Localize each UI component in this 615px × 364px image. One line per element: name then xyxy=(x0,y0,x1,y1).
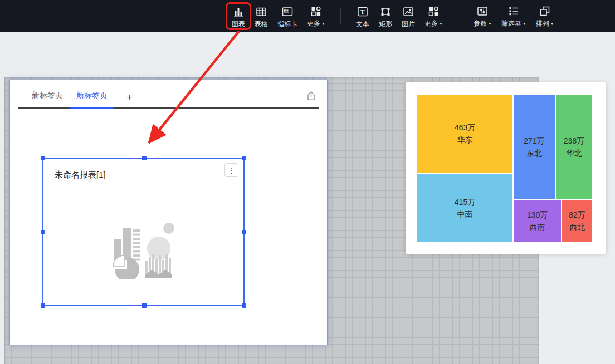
treemap-value-label: 463万 xyxy=(455,121,475,134)
selection-handle[interactable] xyxy=(242,303,246,308)
toolbar-button-parameter[interactable]: 参数▼ xyxy=(472,3,493,29)
treemap-region-label: 东北 xyxy=(526,147,542,159)
report-title: 未命名报表[1] xyxy=(55,170,106,180)
image-icon xyxy=(402,5,415,18)
toolbar-divider xyxy=(340,8,341,24)
treemap-chart: 463万华东271万东北238万华北415万中南130万西南82万西北 xyxy=(406,82,606,254)
selection-handle[interactable] xyxy=(41,303,45,308)
more-options-button[interactable]: ⋮ xyxy=(224,163,238,177)
toolbar-button-label: 指标卡 xyxy=(277,20,297,28)
svg-text:123: 123 xyxy=(284,9,289,12)
treemap-value-label: 130万 xyxy=(527,209,548,221)
more-widgets-icon xyxy=(309,4,323,18)
chevron-down-icon: ▼ xyxy=(488,22,492,26)
selection-handle[interactable] xyxy=(242,156,246,160)
tabs: 新标签页新标签页 xyxy=(25,91,114,107)
treemap-value-label: 271万 xyxy=(524,135,544,147)
treemap-block-中南[interactable]: 415万中南 xyxy=(417,174,512,242)
svg-text:T: T xyxy=(360,8,365,15)
treemap-region-label: 中南 xyxy=(457,208,473,220)
selection-handle[interactable] xyxy=(142,303,147,308)
toolbar-button-label: 更多▼ xyxy=(307,19,325,28)
treemap-region-label: 华北 xyxy=(567,147,582,159)
toolbar-button-more-widgets[interactable]: 更多▼ xyxy=(306,3,326,29)
toolbar-divider xyxy=(458,8,458,24)
toolbar-button-label: 筛选器▼ xyxy=(501,19,526,28)
more-media-icon xyxy=(427,4,440,18)
toolbar-button-table[interactable]: 表格 xyxy=(253,4,269,29)
treemap-value-label: 238万 xyxy=(564,135,584,147)
treemap-block-华东[interactable]: 463万华东 xyxy=(417,95,512,173)
chevron-down-icon: ▼ xyxy=(321,22,325,26)
toolbar-button-filter[interactable]: 筛选器▼ xyxy=(500,3,528,29)
tab-new-page-2[interactable]: 新标签页 xyxy=(70,91,114,109)
chart-types-icon xyxy=(113,215,175,279)
treemap-block-东北[interactable]: 271万东北 xyxy=(514,95,555,199)
bar-chart-icon xyxy=(232,5,245,18)
tab-block-card[interactable]: 新标签页新标签页 + 未命名报表[1] ⋮ xyxy=(9,80,328,345)
toolbar-button-arrange[interactable]: 排列▼ xyxy=(535,3,555,29)
selection-handle[interactable] xyxy=(41,156,45,160)
selection-handle[interactable] xyxy=(242,230,246,234)
filter-icon xyxy=(507,4,520,18)
treemap-region-label: 西北 xyxy=(569,221,585,233)
tab-bar: 新标签页新标签页 + xyxy=(18,80,319,109)
toolbar-button-label: 图表 xyxy=(232,20,245,28)
add-tab-button[interactable]: + xyxy=(126,92,133,107)
chevron-down-icon: ▼ xyxy=(439,22,443,26)
text-icon: T xyxy=(356,5,369,18)
toolbar-button-label: 更多▼ xyxy=(424,19,443,28)
treemap-value-label: 82万 xyxy=(569,209,585,221)
report-placeholder-widget[interactable]: 未命名报表[1] ⋮ xyxy=(42,158,245,306)
treemap-block-西南[interactable]: 130万西南 xyxy=(514,200,561,242)
table-icon xyxy=(255,5,268,18)
chevron-down-icon: ▼ xyxy=(550,22,554,26)
toolbar-button-rectangle[interactable]: 矩形 xyxy=(378,4,393,29)
kpi-card-icon: 123 xyxy=(281,5,294,18)
treemap-region-label: 华东 xyxy=(457,134,473,146)
toolbar-button-label: 参数▼ xyxy=(474,19,492,28)
toolbar-button-label: 矩形 xyxy=(379,20,392,28)
toolbar-button-more-media[interactable]: 更多▼ xyxy=(423,3,444,29)
chart-placeholder-graphic xyxy=(43,189,243,305)
treemap-region-label: 西南 xyxy=(530,221,545,233)
parameter-icon xyxy=(476,4,489,18)
toolbar-button-label: 文本 xyxy=(356,20,369,28)
toolbar-button-text[interactable]: T文本 xyxy=(355,4,370,29)
toolbar-button-kpi-card[interactable]: 123指标卡 xyxy=(276,4,299,29)
toolbar-button-image[interactable]: 图片 xyxy=(401,4,416,29)
treemap-block-西北[interactable]: 82万西北 xyxy=(562,200,592,242)
treemap-value-label: 415万 xyxy=(455,196,475,208)
toolbar-button-label: 排列▼ xyxy=(536,19,554,28)
rectangle-icon xyxy=(379,5,392,18)
toolbar-items: 图表表格123指标卡更多▼T文本矩形图片更多▼参数▼筛选器▼排列▼ xyxy=(231,0,555,32)
toolbar-button-bar-chart[interactable]: 图表 xyxy=(231,4,246,29)
tab-new-page-1[interactable]: 新标签页 xyxy=(25,91,70,107)
arrange-icon xyxy=(538,4,551,18)
chevron-down-icon: ▼ xyxy=(523,22,526,26)
selection-handle[interactable] xyxy=(142,156,147,160)
treemap-block-华北[interactable]: 238万华北 xyxy=(556,95,592,199)
treemap-chart-card[interactable]: 463万华东271万东北238万华北415万中南130万西南82万西北 xyxy=(406,82,606,254)
share-icon[interactable] xyxy=(305,90,317,102)
toolbar-button-label: 图片 xyxy=(402,20,415,28)
toolbar: 图表表格123指标卡更多▼T文本矩形图片更多▼参数▼筛选器▼排列▼ xyxy=(0,0,615,32)
selection-handle[interactable] xyxy=(41,230,45,234)
toolbar-button-label: 表格 xyxy=(255,20,268,28)
